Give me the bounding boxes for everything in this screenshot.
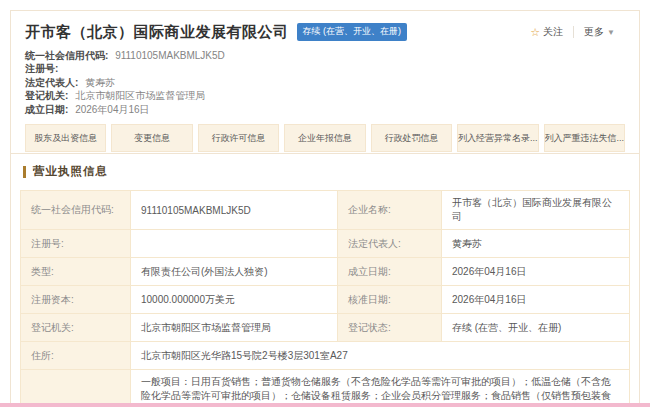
cell-value: 存续 (在营、开业、在册) [442,314,630,342]
info-label: 统一社会信用代码: [25,50,108,61]
tab-admin-license[interactable]: 行政许可信息 [198,124,279,152]
info-credit-code: 统一社会信用代码: 91110105MAKBMLJK5D [25,49,625,62]
business-license-section: 营业执照信息 统一社会信用代码: 91110105MAKBMLJK5D 企业名称… [10,153,640,407]
company-name: 开市客（北京）国际商业发展有限公司 [25,23,289,42]
info-value: 黄寿苏 [85,77,115,88]
cell-label: 统一社会信用代码: [21,191,131,230]
star-icon: ☆ [530,27,540,38]
company-header-card: 开市客（北京）国际商业发展有限公司 存续 (在营、开业、在册) ☆ 关注 更多 … [10,10,640,161]
cell-value: 北京市朝阳区光华路15号院2号楼3层301室A27 [131,342,630,370]
cell-label: 登记机关: [21,314,131,342]
tab-abnormal-list[interactable]: 列入经营异常名录... [457,124,538,152]
header-actions: ☆ 关注 更多 ▼ [520,22,625,42]
cell-label: 住所: [21,342,131,370]
chevron-down-icon: ▼ [607,28,615,37]
cell-value [131,230,338,258]
table-row: 注册资本: 10000.000000万美元 核准日期: 2026年04月16日 [21,286,630,314]
info-reg-number: 注册号: [25,62,625,75]
table-row-business-scope: 一般项目：日用百货销售；普通货物仓储服务（不含危险化学品等需许可审批的项目）；低… [21,370,630,407]
info-value: 91110105MAKBMLJK5D [115,50,225,61]
cell-label: 登记状态: [338,314,442,342]
section-marker-bar [23,166,26,178]
table-row: 类型: 有限责任公司(外国法人独资) 成立日期: 2026年04月16日 [21,258,630,286]
info-legal-rep: 法定代表人: 黄寿苏 [25,76,625,89]
follow-button[interactable]: ☆ 关注 [520,22,573,42]
cell-value: 黄寿苏 [442,230,630,258]
cell-value: 开市客（北京）国际商业发展有限公司 [442,191,630,230]
more-button[interactable]: 更多 ▼ [574,22,625,42]
cell-label: 法定代表人: [338,230,442,258]
cell-value: 2026年04月16日 [442,286,630,314]
cell-label: 企业名称: [338,191,442,230]
cell-label [21,370,131,407]
tab-admin-penalty[interactable]: 行政处罚信息 [371,124,452,152]
section-header: 营业执照信息 [11,154,639,187]
tab-serious-violation[interactable]: 列入严重违法失信... [544,124,625,152]
table-row: 注册号: 法定代表人: 黄寿苏 [21,230,630,258]
info-value: 北京市朝阳区市场监督管理局 [75,90,205,101]
cell-value-business-scope: 一般项目：日用百货销售；普通货物仓储服务（不含危险化学品等需许可审批的项目）；低… [131,370,630,407]
cell-label: 注册号: [21,230,131,258]
company-info-lines: 统一社会信用代码: 91110105MAKBMLJK5D 注册号: 法定代表人:… [25,49,625,116]
cell-value: 10000.000000万美元 [131,286,338,314]
status-badge: 存续 (在营、开业、在册) [297,23,408,41]
tab-bar: 股东及出资信息 变更信息 行政许可信息 企业年报信息 行政处罚信息 列入经营异常… [25,124,625,152]
table-row: 登记机关: 北京市朝阳区市场监督管理局 登记状态: 存续 (在营、开业、在册) [21,314,630,342]
page: 开市客（北京）国际商业发展有限公司 存续 (在营、开业、在册) ☆ 关注 更多 … [0,0,650,407]
info-value: 2026年04月16日 [75,104,150,115]
tab-annual-report[interactable]: 企业年报信息 [284,124,365,152]
tab-changes[interactable]: 变更信息 [111,124,192,152]
cell-label: 注册资本: [21,286,131,314]
section-title: 营业执照信息 [33,164,108,179]
cell-value: 北京市朝阳区市场监督管理局 [131,314,338,342]
table-row: 统一社会信用代码: 91110105MAKBMLJK5D 企业名称: 开市客（北… [21,191,630,230]
tab-shareholders[interactable]: 股东及出资信息 [25,124,106,152]
info-label: 登记机关: [25,90,68,101]
bottom-highlight-strip [0,403,650,407]
cell-label: 核准日期: [338,286,442,314]
cell-value: 2026年04月16日 [442,258,630,286]
info-registry-authority: 登记机关: 北京市朝阳区市场监督管理局 [25,89,625,102]
cell-label: 类型: [21,258,131,286]
license-table: 统一社会信用代码: 91110105MAKBMLJK5D 企业名称: 开市客（北… [20,190,630,407]
cell-value: 91110105MAKBMLJK5D [131,191,338,230]
title-row: 开市客（北京）国际商业发展有限公司 存续 (在营、开业、在册) ☆ 关注 更多 … [25,19,625,45]
info-label: 成立日期: [25,104,68,115]
table-row-address: 住所: 北京市朝阳区光华路15号院2号楼3层301室A27 [21,342,630,370]
info-label: 法定代表人: [25,77,78,88]
more-label: 更多 [584,25,604,39]
info-establish-date: 成立日期: 2026年04月16日 [25,103,625,116]
info-label: 注册号: [25,63,58,74]
follow-label: 关注 [543,25,563,39]
cell-value: 有限责任公司(外国法人独资) [131,258,338,286]
cell-label: 成立日期: [338,258,442,286]
